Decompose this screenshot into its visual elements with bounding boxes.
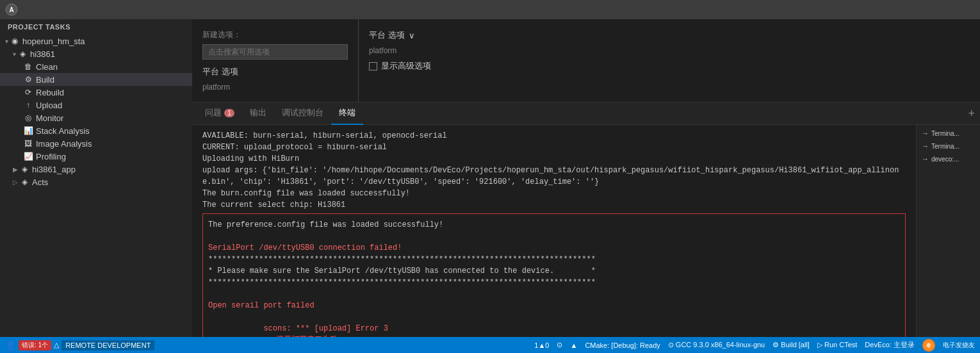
terminal-tabs: 问题 1 输出 调试控制台 终端 + <box>192 103 980 125</box>
platform-area: 新建选项： 平台 选项 platform 平台 选项 ∨ platform 显示… <box>192 19 980 103</box>
tab-problems[interactable]: 问题 1 <box>197 103 242 125</box>
app-icon: A <box>5 3 18 16</box>
terminal-output[interactable]: AVAILABLE: burn-serial, hiburn-serial, o… <box>192 125 916 337</box>
folder2-icon: ◈ <box>19 164 29 174</box>
error-count: 错误: 1个 <box>19 340 51 350</box>
sidebar-section-title: PROJECT TASKS <box>0 19 192 35</box>
chevron-icon: ▾ <box>13 51 16 58</box>
sidebar-label-rebuild: Rebuild <box>36 88 64 97</box>
error-line-serial: SerialPort /dev/ttyUSB0 connection faile… <box>208 242 900 254</box>
status-error-count: 1▲0 <box>534 341 549 349</box>
upload-icon: ↑ <box>23 100 33 110</box>
folder-icon: ◈ <box>17 49 28 59</box>
stack-icon: 📊 <box>23 126 33 136</box>
status-bar: 👤 错误: 1个 △ REMOTE DEVELOPMENT 1▲0 ⊙ ▲ CM… <box>0 337 980 353</box>
image-icon: 🖼 <box>23 138 33 149</box>
right-panel-deveco[interactable]: → deveco:... <box>919 153 977 165</box>
terminal-line-5: The burn.config file was loaded successf… <box>202 188 906 199</box>
sidebar-item-upload[interactable]: ↑ Upload <box>0 99 192 111</box>
error-line-stars1: ****************************************… <box>208 254 900 265</box>
status-deveco: DevEco: 主登录 <box>865 340 915 350</box>
advanced-checkbox[interactable] <box>369 62 377 70</box>
platform-right-panel: 平台 选项 ∨ platform 显示高级选项 <box>359 19 980 102</box>
main-layout: PROJECT TASKS ▾ ◉ hoperun_hm_sta ▾ ◈ hi3… <box>0 19 980 337</box>
sidebar-item-hoperun[interactable]: ▾ ◉ hoperun_hm_sta <box>0 35 192 47</box>
right-panel-terminal1[interactable]: → Termina... <box>919 127 977 139</box>
terminal2-icon: → <box>922 142 929 150</box>
sidebar-item-clean[interactable]: 🗑 Clean <box>0 60 192 73</box>
terminal-line-4: upload args: {'bin_file': '/home/hihope/… <box>202 165 906 188</box>
sidebar-item-monitor[interactable]: ◎ Monitor <box>0 111 192 124</box>
tab-debug-console[interactable]: 调试控制台 <box>274 103 331 125</box>
sidebar-label-profiling: Profiling <box>36 152 66 161</box>
new-project-label: 新建选项： <box>202 29 348 40</box>
acts-icon: ◈ <box>19 177 29 187</box>
tab-output[interactable]: 输出 <box>242 103 274 125</box>
problems-badge: 1 <box>224 109 234 117</box>
sidebar-item-image-analysis[interactable]: 🖼 Image Analysis <box>0 137 192 150</box>
platform-left-label: 平台 选项 <box>202 66 348 78</box>
error-line-open: Open serail port failed <box>208 300 900 311</box>
platform-left-value: platform <box>202 83 348 92</box>
error-line-make-sure: * Please make sure the SerialPort /dev/t… <box>208 265 900 277</box>
sidebar-label-build: Build <box>36 75 54 85</box>
sidebar: PROJECT TASKS ▾ ◉ hoperun_hm_sta ▾ ◈ hi3… <box>0 19 192 337</box>
status-build: ⚙ Build [all] <box>772 341 810 349</box>
sidebar-item-rebuild[interactable]: ⟳ Rebuild <box>0 86 192 99</box>
top-bar: A <box>0 0 980 19</box>
sidebar-label-monitor: Monitor <box>36 113 63 123</box>
terminal-line-2: CURRENT: upload_protocol = hiburn-serial <box>202 142 906 153</box>
user-icon: 👤 <box>5 340 16 350</box>
error-line-1: The preference.config file was loaded su… <box>208 219 900 231</box>
error-line-spacer <box>208 231 900 242</box>
sidebar-item-stack-analysis[interactable]: 📊 Stack Analysis <box>0 124 192 137</box>
tab-terminal[interactable]: 终端 <box>331 103 363 125</box>
status-warning-icon: △ <box>54 341 59 349</box>
sidebar-item-acts[interactable]: ▷ ◈ Acts <box>0 176 192 188</box>
deveco-label: deveco:... <box>931 156 959 163</box>
error-box: The preference.config file was loaded su… <box>202 213 906 337</box>
error-line-scons: scons: *** [upload] Error 3 提示打开串口失败 <box>208 311 900 337</box>
chevron-icon: ▶ <box>13 166 18 173</box>
terminal1-label: Termina... <box>931 130 960 137</box>
status-triangle: ▲ <box>570 341 577 349</box>
svg-text:A: A <box>9 6 13 13</box>
status-cmake: CMake: [Debug]: Ready <box>585 341 660 349</box>
sidebar-item-hi3861app[interactable]: ▶ ◈ hi3861_app <box>0 163 192 176</box>
dropdown-icon[interactable]: ∨ <box>409 31 415 40</box>
monitor-icon: ◎ <box>23 113 33 123</box>
show-advanced-label: 显示高级选项 <box>381 60 431 72</box>
platform-right-value: platform <box>369 46 970 55</box>
status-run-ctest: ▷ Run CTest <box>817 341 857 349</box>
platform-left-panel: 新建选项： 平台 选项 platform <box>192 19 359 102</box>
terminal1-icon: → <box>922 129 929 137</box>
sidebar-label-clean: Clean <box>36 62 58 72</box>
build-icon: ⚙ <box>23 74 33 85</box>
terminal-line-3: Uploading with HiBurn <box>202 153 906 165</box>
right-panel-terminal2[interactable]: → Termina... <box>919 140 977 152</box>
sidebar-item-build[interactable]: ⚙ Build <box>0 73 192 86</box>
remote-dev-label: REMOTE DEVELOPMENT <box>61 340 154 350</box>
sidebar-label-stack: Stack Analysis <box>36 126 90 136</box>
sidebar-label-upload: Upload <box>36 101 62 110</box>
terminal2-label: Termina... <box>931 143 960 150</box>
sidebar-item-hi3861[interactable]: ▾ ◈ hi3861 <box>0 47 192 60</box>
terminal-line-1: AVAILABLE: burn-serial, hiburn-serial, o… <box>202 130 906 142</box>
elecfans-logo: e <box>922 339 935 352</box>
platform-right-label: 平台 选项 ∨ <box>369 29 970 41</box>
status-right: 1▲0 ⊙ ▲ CMake: [Debug]: Ready ⊙ GCC 9.3.… <box>534 339 975 352</box>
sidebar-item-profiling[interactable]: 📈 Profiling <box>0 150 192 163</box>
site-label: 电子发烧友 <box>943 341 975 350</box>
rebuild-icon: ⟳ <box>23 87 33 97</box>
sidebar-label-hi3861: hi3861 <box>30 49 55 59</box>
show-advanced-option[interactable]: 显示高级选项 <box>369 60 970 72</box>
tab-add-button[interactable]: + <box>968 107 975 120</box>
sidebar-label-hoperun: hoperun_hm_sta <box>22 37 85 46</box>
status-sync-icon: ⊙ <box>557 341 562 349</box>
terminal-section: AVAILABLE: burn-serial, hiburn-serial, o… <box>192 125 980 337</box>
project-icon: ◉ <box>10 36 20 46</box>
right-panel: → Termina... → Termina... → deveco:... <box>916 125 980 337</box>
status-left: 👤 错误: 1个 △ REMOTE DEVELOPMENT <box>5 340 154 350</box>
chevron-icon: ▷ <box>13 179 18 186</box>
search-input[interactable] <box>202 44 348 60</box>
